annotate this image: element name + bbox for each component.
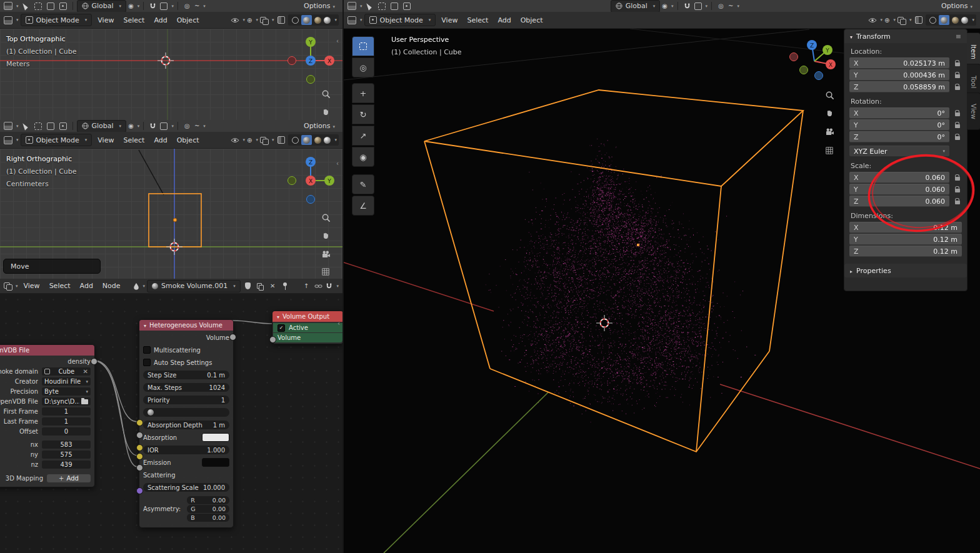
select-box-icon[interactable] bbox=[33, 121, 44, 131]
region-collapse-arrow[interactable]: ‹ bbox=[336, 160, 339, 167]
shading-rendered-icon[interactable] bbox=[961, 15, 974, 25]
select-circle-icon[interactable] bbox=[46, 121, 56, 131]
smoke-domain-object-field[interactable]: Cube✕ bbox=[42, 367, 91, 376]
shader-type-icon[interactable] bbox=[133, 281, 146, 291]
region-collapse-arrow[interactable]: ‹ bbox=[336, 37, 339, 44]
xray-toggle-icon[interactable] bbox=[276, 135, 286, 145]
density-output-socket[interactable] bbox=[91, 358, 98, 365]
overlays-dropdown[interactable] bbox=[260, 135, 274, 145]
transform-orientation-dropdown[interactable]: Global bbox=[77, 0, 127, 12]
lock-icon[interactable] bbox=[955, 136, 960, 140]
last-frame-field[interactable]: 1 bbox=[42, 417, 91, 426]
editor-type-button[interactable] bbox=[4, 121, 19, 131]
snapping-icon[interactable] bbox=[326, 281, 339, 291]
location-x-field[interactable]: X0.025173 m bbox=[849, 57, 949, 69]
shading-solid-icon[interactable] bbox=[301, 15, 312, 25]
tool-annotate[interactable]: ✎ bbox=[352, 174, 374, 194]
editor-type-button[interactable] bbox=[4, 15, 19, 25]
priority-slider[interactable]: Priority1 bbox=[143, 396, 229, 404]
zoom-icon[interactable] bbox=[824, 89, 835, 101]
location-y-field[interactable]: Y0.000436 m bbox=[849, 69, 949, 81]
object-visibility-dropdown[interactable] bbox=[231, 15, 246, 25]
select-lasso-icon[interactable] bbox=[58, 121, 69, 131]
dimensions-z-field[interactable]: Z0.12 m bbox=[849, 246, 962, 257]
node-tree-name-field[interactable]: Smoke Volume.001 bbox=[147, 280, 241, 292]
gizmos-dropdown[interactable]: ⊕ bbox=[884, 15, 896, 25]
shading-rendered-icon[interactable] bbox=[324, 15, 337, 25]
transform-orientation-dropdown[interactable]: Global bbox=[611, 0, 661, 12]
camera-view-icon[interactable] bbox=[320, 249, 331, 260]
tool-select-box[interactable] bbox=[352, 36, 374, 56]
emission-color-swatch[interactable] bbox=[202, 458, 229, 467]
nx-field[interactable]: 583 bbox=[42, 441, 91, 449]
menu-view[interactable]: View bbox=[438, 15, 461, 26]
pivot-point-icon[interactable]: ◉ bbox=[128, 1, 139, 11]
lock-icon[interactable] bbox=[955, 86, 960, 90]
gizmos-dropdown[interactable]: ⊕ bbox=[247, 15, 258, 25]
navigation-gizmo[interactable]: Z X Y bbox=[784, 31, 844, 91]
camera-view-icon[interactable] bbox=[824, 126, 835, 137]
tool-cursor[interactable]: ◎ bbox=[352, 57, 374, 77]
lock-icon[interactable] bbox=[955, 189, 960, 192]
new-copy-icon[interactable] bbox=[255, 281, 266, 291]
select-lasso-icon[interactable] bbox=[58, 1, 69, 11]
object-visibility-dropdown[interactable] bbox=[868, 15, 883, 25]
lock-icon[interactable] bbox=[955, 74, 960, 78]
pivot-point-icon[interactable]: ◉ bbox=[662, 1, 673, 11]
shading-material-icon[interactable] bbox=[312, 135, 323, 145]
pivot-point-icon[interactable]: ◉ bbox=[128, 121, 139, 131]
use-nodes-link-icon[interactable] bbox=[313, 281, 324, 291]
menu-view[interactable]: View bbox=[94, 135, 118, 146]
navigation-gizmo[interactable]: Y X Z bbox=[281, 31, 341, 91]
absorption-color-swatch[interactable] bbox=[202, 433, 229, 442]
options-menu[interactable]: Options bbox=[300, 121, 339, 131]
active-checkbox[interactable]: ✓ bbox=[278, 324, 285, 332]
collapse-icon[interactable] bbox=[277, 313, 279, 320]
location-z-field[interactable]: Z0.058859 m bbox=[849, 81, 949, 92]
object-visibility-dropdown[interactable] bbox=[231, 135, 246, 145]
proportional-editing-icon[interactable]: ◎ bbox=[182, 121, 192, 131]
tab-view[interactable]: View bbox=[967, 92, 980, 130]
ny-field[interactable]: 575 bbox=[42, 451, 91, 459]
shading-solid-icon[interactable] bbox=[301, 135, 312, 145]
tool-scale[interactable]: ↗ bbox=[352, 126, 374, 146]
scattering-scale-slider[interactable]: Scattering Scale10.000 bbox=[143, 483, 229, 492]
mode-dropdown[interactable]: Object Mode bbox=[21, 134, 92, 146]
tool-rotate[interactable]: ↻ bbox=[352, 104, 374, 124]
max-steps-slider[interactable]: Max. Steps1024 bbox=[143, 383, 229, 392]
fake-user-shield-icon[interactable] bbox=[242, 281, 253, 291]
collapse-icon[interactable] bbox=[144, 322, 146, 329]
volume-input-socket[interactable] bbox=[269, 336, 276, 343]
select-lasso-icon[interactable] bbox=[402, 1, 412, 11]
dimensions-x-field[interactable]: X0.12 m bbox=[849, 222, 962, 233]
lock-icon[interactable] bbox=[955, 201, 960, 204]
tool-measure[interactable]: ∠ bbox=[352, 196, 374, 216]
first-frame-field[interactable]: 1 bbox=[42, 407, 91, 416]
tweak-tool-icon[interactable] bbox=[21, 121, 31, 131]
clear-object-icon[interactable]: ✕ bbox=[83, 368, 88, 375]
region-collapse-arrow[interactable]: ‹ bbox=[338, 320, 340, 327]
proportional-falloff-icon[interactable]: ~ bbox=[728, 1, 739, 11]
node-canvas[interactable]: OpenVDB File density Smoke domain Cube✕ … bbox=[0, 294, 342, 553]
pan-hand-icon[interactable] bbox=[824, 107, 835, 119]
shading-material-icon[interactable] bbox=[950, 15, 961, 25]
node-header[interactable]: OpenVDB File bbox=[0, 345, 94, 356]
ior-slider[interactable]: IOR1.000 bbox=[143, 446, 229, 454]
asymmetry-g-slider[interactable]: G0.00 bbox=[187, 505, 229, 513]
zoom-icon[interactable] bbox=[320, 212, 331, 223]
rotation-mode-dropdown[interactable]: XYZ Euler bbox=[849, 146, 949, 157]
rotation-x-field[interactable]: X0° bbox=[849, 107, 949, 119]
shading-rendered-icon[interactable] bbox=[324, 135, 337, 145]
proportional-editing-icon[interactable]: ◎ bbox=[716, 1, 726, 11]
menu-object[interactable]: Object bbox=[173, 15, 203, 26]
proportional-falloff-icon[interactable]: ~ bbox=[194, 1, 206, 11]
panel-expand-icon[interactable] bbox=[850, 32, 852, 41]
transform-orientation-dropdown[interactable]: Global bbox=[77, 120, 127, 132]
scattering-scale-input-socket[interactable] bbox=[136, 464, 143, 471]
vdb-file-path-field[interactable]: D:\sync\D... bbox=[42, 397, 91, 406]
asymmetry-b-slider[interactable]: B0.00 bbox=[187, 514, 229, 522]
menu-object[interactable]: Object bbox=[517, 15, 547, 26]
nz-field[interactable]: 439 bbox=[42, 461, 91, 469]
snap-magnet-icon[interactable] bbox=[148, 1, 158, 11]
menu-select[interactable]: Select bbox=[119, 15, 148, 26]
